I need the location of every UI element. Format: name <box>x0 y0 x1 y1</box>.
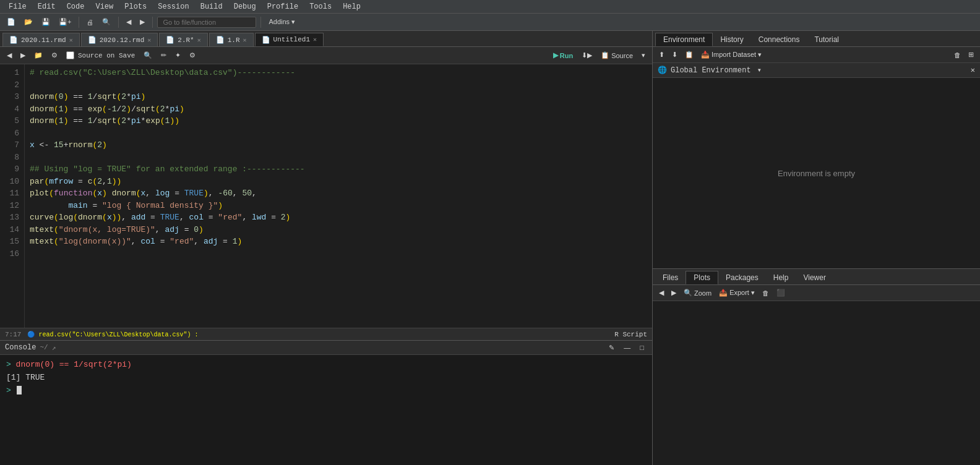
plots-delete-button[interactable]: 🗑 <box>760 289 772 297</box>
tab-close-icon[interactable]: ✕ <box>313 36 317 43</box>
tab-2r[interactable]: 📄 2.R* ✕ <box>159 33 207 46</box>
run-button[interactable]: ▶ Run <box>550 50 576 61</box>
env-copy-button[interactable]: 📋 <box>682 50 696 59</box>
menu-code[interactable]: Code <box>62 1 90 12</box>
sep2 <box>118 17 119 28</box>
env-close-icon[interactable]: ✕ <box>971 66 975 75</box>
tab-connections[interactable]: Connections <box>751 33 807 46</box>
menu-session[interactable]: Session <box>153 1 194 12</box>
main-layout: 📄 2020.11.rmd ✕ 📄 2020.12.rmd ✕ 📄 2.R* ✕… <box>0 31 980 465</box>
source-on-save-checkbox[interactable] <box>66 51 74 59</box>
tab-close-icon[interactable]: ✕ <box>69 36 73 44</box>
tab-close-icon[interactable]: ✕ <box>243 36 247 44</box>
sep3 <box>152 17 153 28</box>
plots-forward-button[interactable]: ▶ <box>669 288 679 297</box>
console-title: Console <box>5 343 36 352</box>
new-file-button[interactable]: 📄 <box>4 17 19 27</box>
tab-close-icon[interactable]: ✕ <box>147 36 151 44</box>
print-button[interactable]: 🖨 <box>84 17 97 27</box>
menu-debug[interactable]: Debug <box>229 1 261 12</box>
run-next-button[interactable]: ⬇▶ <box>578 50 595 61</box>
nav-back-button[interactable]: ◀ <box>4 50 15 61</box>
tab-files[interactable]: Files <box>655 271 686 284</box>
magic-wand-button[interactable]: ✦ <box>172 50 184 61</box>
console-toolbar-right: ✎ — □ <box>606 343 647 353</box>
tab-icon: 📄 <box>9 36 18 44</box>
import-dataset-button[interactable]: 📥 Import Dataset ▾ <box>698 50 764 59</box>
source-dropdown-button[interactable]: ▾ <box>638 50 648 61</box>
compile-button[interactable]: ⚙ <box>48 50 61 61</box>
tab-icon: 📄 <box>88 36 97 44</box>
env-load-button[interactable]: ⬆ <box>656 50 667 59</box>
tab-viewer[interactable]: Viewer <box>796 271 833 284</box>
nav-forward-button[interactable]: ▶ <box>17 50 28 61</box>
goto-file-input[interactable] <box>157 17 256 28</box>
code-content[interactable]: # read.csv("C:\Users\ZLL\Desktop\data.cs… <box>25 64 652 328</box>
environment-empty-message: Environment is empty <box>653 78 980 268</box>
console-minimize-button[interactable]: — <box>621 343 634 353</box>
menu-edit[interactable]: Edit <box>33 1 61 12</box>
find-in-editor-button[interactable]: 🔍 <box>140 50 155 61</box>
tab-2020-11-rmd[interactable]: 📄 2020.11.rmd ✕ <box>2 33 80 46</box>
tab-tutorial[interactable]: Tutorial <box>807 33 846 46</box>
menu-help[interactable]: Help <box>338 1 366 12</box>
find-button[interactable]: 🔍 <box>99 17 114 27</box>
plots-clear-button[interactable]: ⬛ <box>774 288 788 297</box>
console-maximize-button[interactable]: □ <box>637 343 647 353</box>
source-button[interactable]: 📋 Source <box>598 50 636 61</box>
console-content[interactable]: > dnorm(0) == 1/sqrt(2*pi) [1] TRUE > <box>0 355 652 465</box>
menu-plots[interactable]: Plots <box>119 1 152 12</box>
back-nav-button[interactable]: ◀ <box>123 17 134 27</box>
environment-toolbar: ⬆ ⬇ 📋 📥 Import Dataset ▾ 🗑 ⊞ <box>653 47 980 63</box>
console-input-line: > dnorm(0) == 1/sqrt(2*pi) <box>6 359 646 372</box>
tab-2020-12-rmd[interactable]: 📄 2020.12.rmd ✕ <box>81 33 158 46</box>
tab-help[interactable]: Help <box>766 271 796 284</box>
open-file-button[interactable]: 📂 <box>21 17 36 27</box>
forward-nav-button[interactable]: ▶ <box>137 17 148 27</box>
menu-build[interactable]: Build <box>196 1 228 12</box>
plots-export-button[interactable]: 📤 Export ▾ <box>716 288 757 297</box>
console-prompt: > <box>6 360 16 369</box>
tab-1r[interactable]: 📄 1.R ✕ <box>209 33 254 46</box>
console-result-line: [1] TRUE <box>6 372 646 385</box>
source-on-save-label: Source on Save <box>63 50 138 61</box>
global-env-label: Global Environment <box>671 66 751 75</box>
save-all-button[interactable]: 💾+ <box>56 17 74 27</box>
menu-tools[interactable]: Tools <box>304 1 337 12</box>
plots-zoom-button[interactable]: 🔍 Zoom <box>681 288 714 297</box>
tab-environment[interactable]: Environment <box>655 33 713 46</box>
console-new-prompt: > <box>6 386 16 395</box>
tab-packages[interactable]: Packages <box>718 271 766 284</box>
export-icon: 📤 <box>719 289 728 297</box>
console-cursor <box>17 386 22 395</box>
tab-close-icon[interactable]: ✕ <box>197 36 201 44</box>
zoom-icon: 🔍 <box>684 289 692 297</box>
menu-profile[interactable]: Profile <box>262 1 303 12</box>
menu-file[interactable]: File <box>4 1 32 12</box>
tab-plots[interactable]: Plots <box>686 271 718 284</box>
code-tools-button[interactable]: ✏ <box>158 50 170 61</box>
plots-toolbar: ◀ ▶ 🔍 Zoom 📤 Export ▾ 🗑 ⬛ <box>653 285 980 301</box>
code-editor[interactable]: 1 2 3 4 5 6 7 8 9 10 11 12 13 14 15 16 <box>0 64 652 328</box>
env-grid-view-button[interactable]: ⊞ <box>966 50 976 59</box>
options-button[interactable]: ⚙ <box>186 50 199 61</box>
tab-icon: 📄 <box>166 36 174 44</box>
environment-panel: Environment History Connections Tutorial… <box>653 31 980 269</box>
save-button[interactable]: 💾 <box>38 17 53 27</box>
plots-back-button[interactable]: ◀ <box>656 288 666 297</box>
right-tab-bar: Environment History Connections Tutorial <box>653 31 980 47</box>
tab-untitled1[interactable]: 📄 Untitled1 ✕ <box>255 33 324 46</box>
show-in-files-button[interactable]: 📁 <box>31 50 46 61</box>
source-icon: 📋 <box>601 51 609 59</box>
addins-button[interactable]: Addins ▾ <box>265 17 298 27</box>
console-clear-button[interactable]: ✎ <box>606 343 617 353</box>
console-dir-icon: ~/ <box>40 344 48 351</box>
editor-area: 📄 2020.11.rmd ✕ 📄 2020.12.rmd ✕ 📄 2.R* ✕… <box>0 31 652 340</box>
console-command: dnorm(0) == 1/sqrt(2*pi) <box>16 360 132 369</box>
global-env-dropdown[interactable]: ▾ <box>757 66 762 75</box>
env-save-button[interactable]: ⬇ <box>669 50 680 59</box>
tab-history[interactable]: History <box>713 33 750 46</box>
env-clear-button[interactable]: 🗑 <box>952 51 963 59</box>
menu-view[interactable]: View <box>90 1 118 12</box>
editor-tab-bar: 📄 2020.11.rmd ✕ 📄 2020.12.rmd ✕ 📄 2.R* ✕… <box>0 31 652 47</box>
